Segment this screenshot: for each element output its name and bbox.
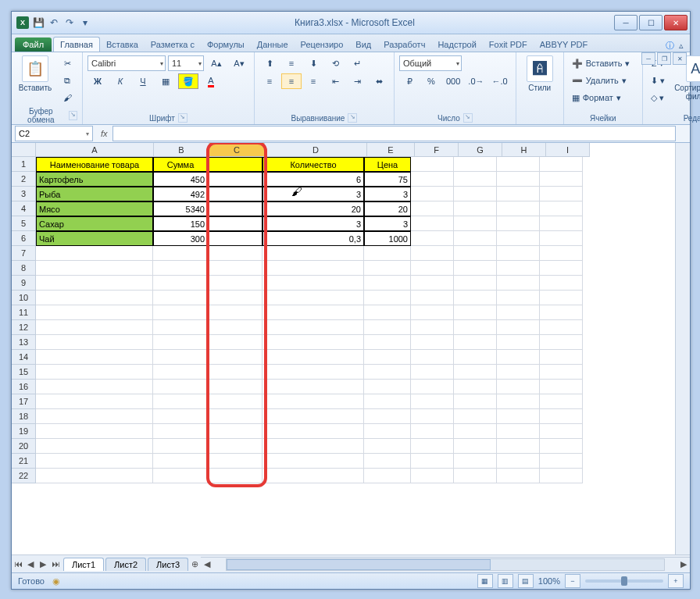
undo-icon[interactable]: ↶ bbox=[48, 16, 60, 29]
select-all-corner[interactable] bbox=[12, 143, 36, 157]
merge-icon[interactable]: ⬌ bbox=[369, 73, 389, 89]
format-painter-icon[interactable]: 🖌 bbox=[57, 90, 77, 105]
delete-cells-button[interactable]: ➖ Удалить ▾ bbox=[569, 73, 638, 88]
cell[interactable] bbox=[36, 335, 153, 350]
cell[interactable] bbox=[262, 246, 364, 261]
cell[interactable] bbox=[208, 187, 262, 201]
fx-icon[interactable]: fx bbox=[96, 129, 112, 138]
row-head[interactable]: 20 bbox=[12, 439, 36, 454]
row-head[interactable]: 11 bbox=[12, 305, 36, 320]
cell[interactable] bbox=[36, 365, 153, 380]
border-icon[interactable]: ▦ bbox=[155, 73, 176, 89]
indent-decrease-icon[interactable]: ⇤ bbox=[325, 73, 345, 89]
cell[interactable] bbox=[454, 350, 497, 365]
cell[interactable] bbox=[364, 439, 411, 454]
cell[interactable] bbox=[364, 365, 411, 380]
cell[interactable] bbox=[153, 365, 208, 380]
cell[interactable] bbox=[36, 305, 153, 320]
cell[interactable] bbox=[540, 454, 583, 469]
decrease-decimal-icon[interactable]: ←.0 bbox=[489, 73, 511, 89]
cell[interactable] bbox=[497, 261, 540, 276]
cell[interactable] bbox=[262, 335, 364, 350]
cell[interactable] bbox=[454, 246, 497, 261]
workbook-restore[interactable]: ❐ bbox=[657, 52, 671, 65]
cell[interactable] bbox=[497, 469, 540, 483]
cell[interactable] bbox=[540, 187, 583, 201]
col-head-e[interactable]: E bbox=[367, 143, 415, 157]
cell[interactable] bbox=[208, 380, 262, 394]
row-head[interactable]: 6 bbox=[12, 231, 36, 246]
cell[interactable] bbox=[454, 380, 497, 394]
cell[interactable] bbox=[411, 469, 454, 483]
row-head[interactable]: 15 bbox=[12, 365, 36, 380]
cell[interactable]: 300 bbox=[153, 231, 208, 246]
cell[interactable]: Мясо bbox=[36, 201, 153, 216]
cell[interactable] bbox=[540, 231, 583, 246]
cell[interactable] bbox=[36, 320, 153, 335]
zoom-level[interactable]: 100% bbox=[538, 576, 560, 586]
cell[interactable] bbox=[262, 424, 364, 439]
name-box[interactable]: C2▾ bbox=[15, 126, 93, 141]
grow-font-icon[interactable]: A▴ bbox=[206, 55, 227, 71]
cell[interactable] bbox=[364, 380, 411, 394]
cell[interactable] bbox=[208, 469, 262, 483]
cell[interactable] bbox=[497, 187, 540, 201]
cell[interactable]: 450 bbox=[153, 172, 208, 187]
cell[interactable] bbox=[153, 261, 208, 276]
sheet-tab-3[interactable]: Лист3 bbox=[148, 558, 188, 571]
help-icon[interactable]: ⓘ bbox=[666, 40, 674, 52]
cell[interactable] bbox=[411, 394, 454, 409]
clear-icon[interactable]: ◇ ▾ bbox=[648, 90, 668, 105]
cell[interactable] bbox=[36, 261, 153, 276]
cell[interactable] bbox=[540, 469, 583, 483]
cell[interactable] bbox=[454, 305, 497, 320]
align-center-icon[interactable]: ≡ bbox=[281, 73, 302, 89]
cell[interactable] bbox=[262, 454, 364, 469]
cell[interactable]: 75 bbox=[364, 172, 411, 187]
spreadsheet-grid[interactable]: ABCDEFGHI 1Наименование товараСуммаКолич… bbox=[12, 143, 690, 554]
cell[interactable] bbox=[454, 320, 497, 335]
cell[interactable] bbox=[262, 305, 364, 320]
font-name-select[interactable]: Calibri bbox=[88, 55, 166, 71]
cell[interactable] bbox=[454, 409, 497, 424]
cell[interactable] bbox=[411, 380, 454, 394]
cell[interactable] bbox=[153, 409, 208, 424]
cell[interactable] bbox=[497, 246, 540, 261]
tab-review[interactable]: Рецензиро bbox=[295, 37, 350, 52]
cell[interactable] bbox=[540, 424, 583, 439]
number-format-select[interactable]: Общий bbox=[399, 55, 462, 71]
cell[interactable] bbox=[497, 409, 540, 424]
cell[interactable] bbox=[411, 409, 454, 424]
view-layout-icon[interactable]: ▥ bbox=[498, 574, 513, 588]
cell[interactable] bbox=[411, 365, 454, 380]
cell[interactable] bbox=[208, 261, 262, 276]
increase-decimal-icon[interactable]: .0→ bbox=[465, 73, 487, 89]
cell[interactable] bbox=[540, 172, 583, 187]
align-bottom-icon[interactable]: ⬇ bbox=[303, 55, 323, 71]
tab-file[interactable]: Файл bbox=[15, 37, 52, 52]
cell[interactable] bbox=[540, 276, 583, 291]
align-dialog-icon[interactable]: ↘ bbox=[348, 113, 357, 123]
cell[interactable] bbox=[208, 335, 262, 350]
view-pagebreak-icon[interactable]: ▤ bbox=[518, 574, 534, 588]
cell[interactable] bbox=[208, 350, 262, 365]
cell[interactable] bbox=[153, 291, 208, 305]
cell[interactable] bbox=[208, 305, 262, 320]
cell[interactable] bbox=[454, 439, 497, 454]
cell[interactable] bbox=[208, 424, 262, 439]
cell[interactable] bbox=[540, 246, 583, 261]
tab-developer[interactable]: Разработч bbox=[377, 37, 431, 52]
shrink-font-icon[interactable]: A▾ bbox=[229, 55, 249, 71]
font-color-icon[interactable]: A bbox=[201, 73, 221, 89]
cell[interactable] bbox=[454, 187, 497, 201]
row-head[interactable]: 16 bbox=[12, 380, 36, 394]
row-head[interactable]: 1 bbox=[12, 157, 36, 172]
cell[interactable] bbox=[262, 439, 364, 454]
cell[interactable] bbox=[540, 380, 583, 394]
cell[interactable] bbox=[497, 216, 540, 231]
cell[interactable] bbox=[36, 380, 153, 394]
fill-icon[interactable]: ⬇ ▾ bbox=[648, 73, 668, 88]
cell[interactable] bbox=[364, 409, 411, 424]
cell[interactable] bbox=[454, 231, 497, 246]
row-head[interactable]: 3 bbox=[12, 187, 36, 201]
